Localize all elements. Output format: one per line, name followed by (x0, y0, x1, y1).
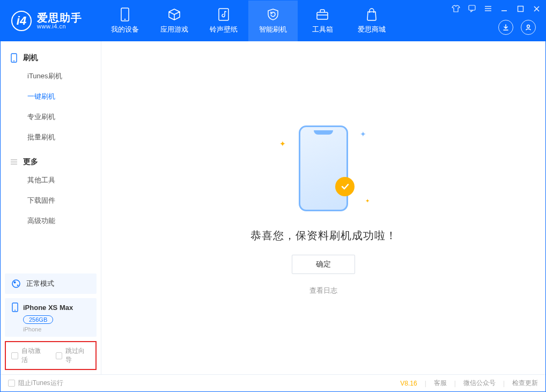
music-note-icon (217, 8, 231, 21)
device-phone-icon (11, 302, 19, 312)
sidebar-section-more: 更多 (1, 154, 101, 170)
svg-point-23 (14, 310, 16, 311)
wechat-link[interactable]: 微信公众号 (463, 379, 496, 388)
sparkle-icon: ✦ (365, 198, 370, 204)
tab-ringtone-wallpaper[interactable]: 铃声壁纸 (199, 1, 248, 41)
phone-icon (118, 8, 132, 21)
mode-icon (11, 279, 21, 289)
sidebar-item-other-tools[interactable]: 其他工具 (1, 170, 101, 190)
main-content: ✦ ✦ ✦ 恭喜您，保资料刷机成功啦！ 确定 查看日志 (101, 41, 545, 374)
body: 刷机 iTunes刷机 一键刷机 专业刷机 批量刷机 更多 其他工具 下载固件 … (1, 41, 545, 374)
close-icon[interactable] (532, 4, 541, 13)
checkbox-skip-guide[interactable]: 跳过向导 (56, 346, 91, 365)
sidebar-item-advanced[interactable]: 高级功能 (1, 211, 101, 231)
svg-point-1 (124, 19, 126, 20)
mode-text: 正常模式 (26, 279, 54, 289)
success-message: 恭喜您，保资料刷机成功啦！ (250, 228, 397, 243)
svg-rect-2 (219, 9, 228, 20)
logo-icon: i4 (11, 11, 32, 31)
sidebar-item-itunes-flash[interactable]: iTunes刷机 (1, 66, 101, 86)
tab-smart-flash[interactable]: 智能刷机 (248, 1, 298, 41)
device-card[interactable]: iPhone XS Max 256GB iPhone (5, 298, 97, 337)
main-tabs: 我的设备 应用游戏 铃声壁纸 智能刷机 工具箱 爱思商城 (100, 1, 396, 41)
svg-rect-10 (518, 6, 523, 11)
device-name-text: iPhone XS Max (23, 304, 73, 312)
checkbox-auto-activate[interactable]: 自动激活 (11, 346, 46, 365)
cube-icon (167, 8, 181, 21)
brand-url: www.i4.cn (37, 23, 82, 29)
checkbox-block-itunes[interactable]: 阻止iTunes运行 (8, 379, 63, 388)
status-bar: 阻止iTunes运行 V8.16 | 客服 | 微信公众号 | 检查更新 (1, 374, 545, 391)
sparkle-icon: ✦ (360, 130, 366, 138)
logo: i4 爱思助手 www.i4.cn (1, 1, 91, 41)
svg-point-13 (527, 25, 530, 28)
toolbox-icon (315, 8, 329, 21)
checkbox-box-icon (56, 352, 63, 359)
tab-my-device[interactable]: 我的设备 (100, 1, 150, 41)
customer-service-link[interactable]: 客服 (434, 379, 447, 388)
tshirt-icon[interactable] (451, 4, 461, 13)
sidebar-item-batch-flash[interactable]: 批量刷机 (1, 127, 101, 147)
svg-point-20 (14, 282, 16, 284)
device-type: iPhone (23, 326, 90, 332)
minimize-icon[interactable] (499, 4, 509, 13)
view-log-link[interactable]: 查看日志 (309, 286, 337, 295)
success-illustration: ✦ ✦ ✦ (264, 120, 382, 217)
svg-point-21 (17, 285, 19, 286)
checkbox-box-icon (11, 352, 18, 359)
download-icon[interactable] (498, 20, 513, 35)
svg-point-15 (13, 61, 14, 62)
shield-refresh-icon (266, 8, 280, 21)
sidebar: 刷机 iTunes刷机 一键刷机 专业刷机 批量刷机 更多 其他工具 下载固件 … (1, 41, 101, 374)
ok-button[interactable]: 确定 (292, 255, 355, 274)
phone-illustration-icon (299, 125, 348, 211)
list-icon (10, 159, 18, 165)
bottom-checkbox-row: 自动激活 跳过向导 (5, 341, 97, 370)
svg-point-19 (12, 280, 20, 287)
svg-rect-3 (317, 12, 328, 19)
window-controls (451, 4, 541, 13)
check-badge-icon (335, 177, 355, 196)
app-window: i4 爱思助手 www.i4.cn 我的设备 应用游戏 铃声壁纸 智能刷机 (0, 0, 546, 392)
sparkle-icon: ✦ (279, 139, 286, 148)
title-bar: i4 爱思助手 www.i4.cn 我的设备 应用游戏 铃声壁纸 智能刷机 (1, 1, 545, 41)
tab-apps-games[interactable]: 应用游戏 (150, 1, 199, 41)
sidebar-section-flash: 刷机 (1, 50, 101, 66)
device-icon (10, 53, 18, 63)
header-right-icons (498, 20, 536, 35)
user-icon[interactable] (521, 20, 536, 35)
mode-card[interactable]: 正常模式 (5, 273, 97, 294)
check-update-link[interactable]: 检查更新 (512, 379, 538, 388)
sidebar-item-one-click-flash[interactable]: 一键刷机 (1, 86, 101, 107)
brand-name: 爱思助手 (37, 12, 82, 23)
version-text: V8.16 (400, 380, 417, 387)
sidebar-item-pro-flash[interactable]: 专业刷机 (1, 107, 101, 127)
shopping-bag-icon (365, 8, 379, 21)
feedback-icon[interactable] (467, 4, 477, 13)
tab-store[interactable]: 爱思商城 (347, 1, 396, 41)
maximize-icon[interactable] (515, 4, 525, 13)
menu-icon[interactable] (483, 4, 493, 13)
tab-toolbox[interactable]: 工具箱 (298, 1, 347, 41)
checkbox-box-icon (8, 380, 15, 387)
sidebar-item-download-firmware[interactable]: 下载固件 (1, 190, 101, 211)
device-storage-badge: 256GB (23, 315, 53, 324)
svg-rect-5 (469, 5, 475, 10)
